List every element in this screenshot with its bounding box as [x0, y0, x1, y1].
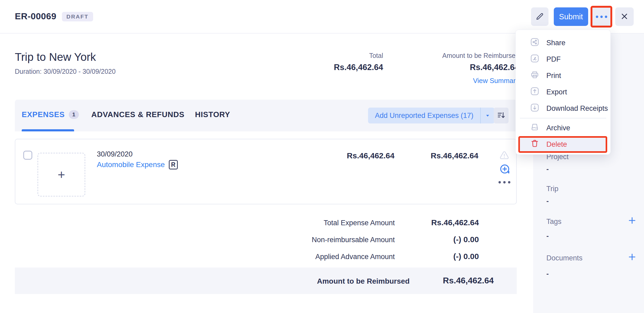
- tags-label: Tags: [546, 218, 561, 226]
- submit-button[interactable]: Submit: [554, 7, 588, 26]
- menu-item-label: Download Receipts: [546, 104, 608, 113]
- trip-value: -: [546, 197, 549, 205]
- archive-icon: [530, 122, 539, 134]
- export-icon: [530, 86, 539, 98]
- menu-item-archive[interactable]: Archive: [516, 120, 610, 136]
- add-document-button[interactable]: [627, 253, 637, 262]
- band-label: Amount to be Reimbursed: [238, 277, 410, 286]
- expenses-count-badge: 1: [69, 110, 79, 119]
- plus-icon: [628, 216, 636, 226]
- menu-item-label: Print: [546, 72, 561, 80]
- tags-value: -: [546, 232, 549, 240]
- tab-history[interactable]: HISTORY: [195, 100, 230, 129]
- expense-date: 30/09/2020: [97, 150, 133, 158]
- summary-value: (-) 0.00: [423, 252, 479, 261]
- menu-item-label: PDF: [546, 55, 561, 63]
- documents-value: -: [546, 270, 549, 278]
- menu-item-share[interactable]: Share: [516, 35, 610, 51]
- reimburse-label: Amount to be Reimbursed: [389, 52, 519, 59]
- add-tag-button[interactable]: [627, 216, 637, 226]
- view-summary-link[interactable]: View Summary: [473, 77, 519, 85]
- menu-item-label: Delete: [546, 140, 567, 149]
- expense-category-row: Automobile Expense R: [97, 160, 178, 169]
- pencil-icon: [535, 12, 545, 22]
- menu-item-print[interactable]: Print: [516, 67, 610, 84]
- expense-row: + 30/09/2020 Automobile Expense R Rs.46,…: [15, 139, 517, 204]
- project-value: -: [546, 165, 549, 173]
- add-comment-icon[interactable]: [499, 163, 511, 176]
- report-header-bar: ER-00069 DRAFT Submit: [0, 0, 644, 34]
- reimburse-value: Rs.46,462.64: [389, 63, 519, 72]
- total-block: Total Rs.46,462.64: [278, 52, 383, 72]
- annotation-box-delete: Delete: [518, 136, 607, 153]
- active-tab-indicator: [22, 129, 74, 131]
- reimbursable-badge: R: [169, 160, 178, 169]
- tab-history-label: HISTORY: [195, 110, 230, 119]
- pdf-icon: [530, 54, 539, 65]
- expense-category-link[interactable]: Automobile Expense: [97, 160, 165, 169]
- warning-icon: [498, 149, 510, 162]
- menu-item-export[interactable]: Export: [516, 84, 610, 100]
- menu-item-download-receipts[interactable]: Download Receipts: [516, 100, 610, 117]
- tab-advances-label: ADVANCES & REFUNDS: [91, 110, 184, 119]
- more-actions-menu: Share PDF Print: [515, 30, 611, 155]
- expense-checkbox[interactable]: [23, 151, 32, 160]
- report-title: Trip to New York: [15, 51, 96, 63]
- sort-button[interactable]: [494, 108, 509, 123]
- reimbursement-block: Amount to be Reimbursed Rs.46,462.64 Vie…: [389, 52, 519, 85]
- expense-amount: Rs.46,462.64: [320, 151, 394, 160]
- menu-item-label: Export: [546, 88, 567, 96]
- menu-item-delete[interactable]: Delete: [520, 138, 606, 151]
- share-icon: [530, 37, 539, 49]
- status-badge: DRAFT: [62, 12, 93, 21]
- expense-reimbursable-amount: Rs.46,462.64: [403, 151, 478, 160]
- total-value: Rs.46,462.64: [278, 63, 383, 72]
- plus-icon: [628, 253, 636, 262]
- tab-expenses[interactable]: EXPENSES 1: [22, 100, 79, 129]
- report-number: ER-00069: [15, 11, 56, 21]
- summary-label: Total Expense Amount: [238, 219, 395, 227]
- close-icon: [620, 12, 629, 22]
- ellipsis-icon: [596, 16, 607, 18]
- summary-label: Non-reimbursable Amount: [238, 236, 395, 244]
- add-unreported-expenses-button[interactable]: Add Unreported Expenses (17): [368, 108, 495, 123]
- expense-more-actions[interactable]: [498, 181, 511, 183]
- report-duration: Duration: 30/09/2020 - 30/09/2020: [15, 68, 116, 75]
- expense-report-page: Project - Trip - Tags - Documents - ER-0…: [0, 0, 644, 313]
- amount-to-be-reimbursed-band: Amount to be Reimbursed Rs.46,462.64: [15, 268, 517, 294]
- plus-icon: +: [58, 167, 65, 182]
- more-actions-button[interactable]: [592, 8, 610, 26]
- menu-item-label: Share: [546, 39, 565, 47]
- summary-value: Rs.46,462.64: [423, 218, 479, 227]
- report-tabs: EXPENSES 1 ADVANCES & REFUNDS HISTORY Ad…: [15, 100, 517, 131]
- add-unreported-label: Add Unreported Expenses (17): [368, 108, 480, 123]
- tab-advances-refunds[interactable]: ADVANCES & REFUNDS: [91, 100, 184, 129]
- band-value: Rs.46,462.64: [438, 276, 494, 286]
- summary-value: (-) 0.00: [423, 235, 479, 244]
- edit-button[interactable]: [531, 7, 548, 26]
- tab-expenses-label: EXPENSES: [22, 110, 65, 119]
- print-icon: [530, 70, 539, 81]
- menu-item-label: Archive: [546, 124, 570, 132]
- summary-label: Applied Advance Amount: [238, 253, 395, 261]
- sort-icon: [497, 111, 506, 121]
- annotation-box-more: [591, 6, 612, 27]
- trip-label: Trip: [546, 185, 559, 193]
- close-button[interactable]: [615, 7, 634, 26]
- trash-icon: [530, 139, 539, 150]
- dropdown-caret[interactable]: [480, 108, 495, 123]
- menu-divider: [520, 118, 606, 118]
- menu-item-pdf[interactable]: PDF: [516, 51, 610, 67]
- download-icon: [530, 103, 539, 114]
- add-receipt-dropzone[interactable]: +: [38, 153, 85, 196]
- total-label: Total: [278, 52, 383, 59]
- documents-label: Documents: [546, 254, 583, 262]
